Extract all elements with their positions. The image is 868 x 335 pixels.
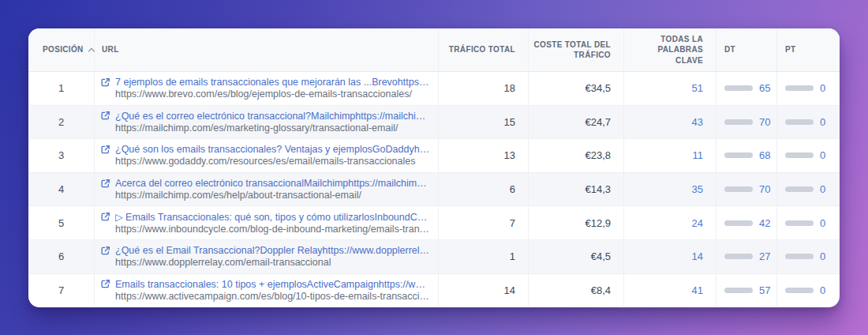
result-title-link[interactable]: Emails transaccionales: 10 tipos + ejemp… bbox=[115, 279, 430, 290]
result-title-link[interactable]: 7 ejemplos de emails transaccionales que… bbox=[115, 77, 430, 88]
traffic-total-cell: 1 bbox=[438, 240, 528, 273]
keywords-count-link[interactable]: 51 bbox=[692, 82, 703, 94]
position-cell: 1 bbox=[28, 72, 94, 105]
column-header-coste-label: COSTE TOTAL DEL TRÁFICO bbox=[532, 40, 611, 61]
keywords-count-cell: 14 bbox=[623, 240, 716, 273]
result-title-link[interactable]: ▷ Emails Transaccionales: qué son, tipos… bbox=[115, 211, 430, 223]
table-row: 7 Emails transaccionales: 10 tipos + eje… bbox=[28, 273, 840, 307]
column-header-dt-label: DT bbox=[724, 44, 735, 55]
result-display-url: https://www.dopplerrelay.com/email-trans… bbox=[100, 257, 430, 268]
pt-score-value: 0 bbox=[820, 82, 825, 94]
position-value: 5 bbox=[58, 217, 64, 229]
external-link-icon[interactable] bbox=[100, 246, 110, 256]
traffic-cost-value: €12,9 bbox=[585, 217, 611, 229]
result-title-link[interactable]: Acerca del correo electrónico transaccio… bbox=[115, 178, 430, 189]
table-header-row: POSICIÓN URL TRÁFICO TOTAL COSTE TOTAL D… bbox=[28, 28, 840, 72]
column-header-pt-label: PT bbox=[785, 44, 795, 55]
keywords-count-cell: 51 bbox=[623, 72, 716, 105]
column-header-palabras-clave[interactable]: TODAS LA PALABRAS CLAVE bbox=[623, 28, 716, 71]
keywords-count-cell: 35 bbox=[623, 173, 716, 206]
traffic-cost-value: €34,5 bbox=[585, 82, 611, 94]
column-header-trafico-total[interactable]: TRÁFICO TOTAL bbox=[438, 28, 528, 71]
result-display-url: https://mailchimp.com/es/help/about-tran… bbox=[100, 190, 430, 201]
keywords-count-link[interactable]: 11 bbox=[693, 149, 704, 161]
page-background: { "colors": { "gradient_start": "#2b34a7… bbox=[0, 0, 868, 335]
table-row: 2 ¿Qué es el correo electrónico transacc… bbox=[28, 105, 840, 139]
traffic-cost-cell: €12,9 bbox=[528, 206, 623, 239]
pt-score-bar bbox=[785, 186, 814, 192]
column-header-url[interactable]: URL bbox=[94, 28, 438, 71]
traffic-total-value: 6 bbox=[510, 183, 515, 195]
keywords-count-link[interactable]: 35 bbox=[692, 183, 703, 195]
external-link-icon[interactable] bbox=[100, 212, 110, 222]
dt-cell: 27 bbox=[716, 240, 776, 273]
pt-score-value: 0 bbox=[820, 250, 825, 262]
external-link-icon[interactable] bbox=[100, 179, 110, 189]
column-header-posicion[interactable]: POSICIÓN bbox=[28, 28, 94, 71]
pt-cell: 0 bbox=[776, 274, 840, 307]
external-link-icon[interactable] bbox=[100, 145, 110, 155]
pt-cell: 0 bbox=[776, 72, 840, 105]
traffic-cost-cell: €24,7 bbox=[528, 106, 623, 139]
position-value: 1 bbox=[58, 82, 64, 94]
table-row: 4 Acerca del correo electrónico transacc… bbox=[28, 172, 840, 206]
position-cell: 6 bbox=[28, 240, 94, 273]
traffic-cost-cell: €14,3 bbox=[528, 173, 623, 206]
dt-score-value: 70 bbox=[759, 116, 770, 128]
external-link-icon[interactable] bbox=[100, 77, 110, 88]
dt-score-value: 68 bbox=[759, 149, 770, 161]
table-row: 1 7 ejemplos de emails transaccionales q… bbox=[28, 72, 840, 105]
result-title-link[interactable]: ¿Qué es el correo electrónico transaccio… bbox=[115, 111, 430, 122]
results-table-card: POSICIÓN URL TRÁFICO TOTAL COSTE TOTAL D… bbox=[28, 28, 840, 307]
position-value: 6 bbox=[58, 250, 64, 262]
keywords-count-cell: 41 bbox=[623, 274, 716, 307]
traffic-total-value: 7 bbox=[510, 217, 515, 229]
position-value: 4 bbox=[58, 183, 64, 195]
result-title-link[interactable]: ¿Qué es el Email Transaccional?Doppler R… bbox=[115, 245, 430, 256]
keywords-count-link[interactable]: 43 bbox=[692, 116, 703, 128]
dt-score-value: 57 bbox=[759, 284, 770, 296]
traffic-total-value: 15 bbox=[504, 116, 515, 128]
pt-score-value: 0 bbox=[820, 284, 825, 296]
column-header-url-label: URL bbox=[102, 44, 119, 55]
result-title-link[interactable]: ¿Qué son los emails transaccionales? Ven… bbox=[115, 144, 430, 155]
url-cell: Acerca del correo electrónico transaccio… bbox=[94, 173, 438, 206]
traffic-total-cell: 18 bbox=[438, 72, 528, 105]
url-cell: Emails transaccionales: 10 tipos + ejemp… bbox=[94, 274, 438, 307]
table-body: 1 7 ejemplos de emails transaccionales q… bbox=[28, 72, 840, 307]
column-header-palabras-label: TODAS LA PALABRAS CLAVE bbox=[630, 34, 703, 66]
position-cell: 7 bbox=[28, 274, 94, 307]
traffic-cost-value: €23,8 bbox=[585, 149, 611, 161]
column-header-posicion-label: POSICIÓN bbox=[43, 44, 84, 55]
external-link-icon[interactable] bbox=[100, 279, 110, 289]
traffic-total-value: 13 bbox=[504, 149, 515, 161]
url-cell: ¿Qué es el Email Transaccional?Doppler R… bbox=[94, 240, 438, 273]
column-header-coste-total[interactable]: COSTE TOTAL DEL TRÁFICO bbox=[528, 28, 623, 71]
pt-score-value: 0 bbox=[820, 217, 825, 229]
keywords-count-link[interactable]: 24 bbox=[692, 217, 703, 229]
pt-score-bar bbox=[785, 254, 814, 259]
pt-score-value: 0 bbox=[820, 116, 825, 128]
pt-cell: 0 bbox=[776, 106, 840, 139]
keywords-count-link[interactable]: 14 bbox=[692, 250, 703, 262]
url-cell: ¿Qué es el correo electrónico transaccio… bbox=[94, 106, 438, 139]
dt-score-bar bbox=[724, 119, 753, 125]
dt-cell: 42 bbox=[716, 206, 776, 239]
result-display-url: https://www.activecampaign.com/es/blog/1… bbox=[100, 291, 430, 302]
keywords-count-link[interactable]: 41 bbox=[692, 284, 703, 296]
position-cell: 3 bbox=[28, 139, 94, 172]
column-header-pt[interactable]: PT bbox=[776, 28, 840, 71]
position-cell: 2 bbox=[28, 106, 94, 139]
pt-cell: 0 bbox=[776, 206, 840, 239]
column-header-trafico-label: TRÁFICO TOTAL bbox=[449, 44, 515, 55]
dt-cell: 57 bbox=[716, 274, 776, 307]
external-link-icon[interactable] bbox=[100, 111, 110, 121]
dt-score-value: 65 bbox=[759, 82, 770, 94]
pt-score-bar bbox=[785, 288, 814, 293]
traffic-cost-value: €14,3 bbox=[585, 183, 611, 195]
column-header-dt[interactable]: DT bbox=[716, 28, 776, 71]
traffic-cost-cell: €8,4 bbox=[528, 274, 623, 307]
traffic-cost-value: €4,5 bbox=[591, 250, 611, 262]
pt-cell: 0 bbox=[776, 240, 840, 273]
result-display-url: https://mailchimp.com/es/marketing-gloss… bbox=[100, 122, 430, 134]
